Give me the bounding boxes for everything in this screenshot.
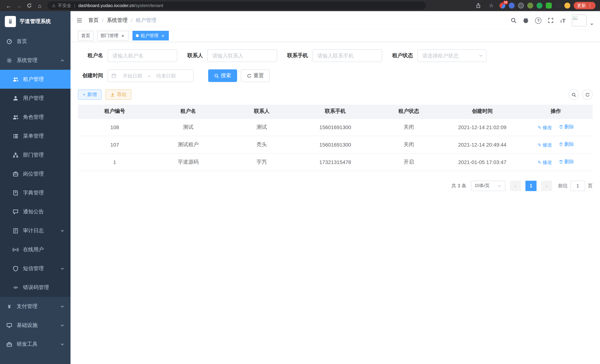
tab-dept-management[interactable]: 部门管理 × — [97, 31, 129, 40]
cell-create-time: 2021-12-14 20:49:44 — [445, 136, 519, 153]
help-icon[interactable]: ? — [535, 17, 542, 24]
sidebar-item-post-management[interactable]: 岗位管理 — [0, 164, 71, 183]
sidebar-item-payment-management[interactable]: ¥ 支付管理 — [0, 297, 71, 316]
delete-label: 删除 — [564, 123, 574, 130]
sidebar-item-audit-log[interactable]: 审计日志 — [0, 221, 71, 240]
edit-icon: ✎ — [538, 160, 541, 165]
browser-forward-icon[interactable]: → — [14, 1, 24, 10]
extension-icon-2[interactable] — [509, 3, 515, 9]
delete-link[interactable]: 删除 — [559, 123, 574, 130]
delete-label: 删除 — [564, 158, 574, 165]
tab-home[interactable]: 首页 — [78, 31, 94, 40]
column-header: 联系手机 — [299, 105, 372, 118]
tenant-name-input[interactable] — [108, 49, 177, 62]
extension-icon-3[interactable] — [518, 3, 524, 9]
share-icon[interactable] — [473, 1, 483, 10]
download-icon — [110, 92, 115, 97]
export-button[interactable]: 导出 — [105, 89, 131, 100]
cell-mobile: 17321315478 — [299, 153, 372, 171]
cell-tenant-name: 测试租户 — [151, 136, 225, 153]
page-size-select[interactable]: 10条/页 — [471, 180, 505, 191]
add-button[interactable]: + 新增 — [78, 89, 102, 100]
extension-icon-5[interactable] — [536, 3, 543, 9]
next-page-button[interactable]: › — [541, 180, 552, 191]
sidebar: 芋道管理系统 首页 系统管理 租户管理 — [0, 11, 71, 364]
sidebar-item-tenant-management[interactable]: 租户管理 — [0, 70, 71, 89]
extension-icon-6[interactable] — [546, 3, 552, 9]
show-search-button[interactable] — [568, 89, 579, 100]
refresh-table-button[interactable] — [582, 89, 593, 100]
sidebar-item-dict-management[interactable]: 字典管理 — [0, 183, 71, 202]
sidebar-item-notice[interactable]: 通知公告 — [0, 202, 71, 221]
browser-back-icon[interactable]: ← — [4, 1, 13, 10]
mobile-input[interactable] — [312, 49, 382, 62]
sidebar-item-label: 系统管理 — [17, 57, 38, 64]
cell-contact: 测试 — [225, 118, 299, 136]
toolbox-icon — [6, 341, 13, 347]
close-icon[interactable]: × — [160, 33, 166, 38]
github-icon[interactable] — [523, 18, 529, 23]
not-secure-label[interactable]: 不安全 — [58, 2, 71, 9]
sidebar-item-role-management[interactable]: 角色管理 — [0, 108, 71, 127]
edit-link[interactable]: ✎修改 — [538, 124, 552, 131]
goto-page-input[interactable] — [570, 180, 585, 191]
cell-mobile: 15601691300 — [299, 136, 372, 153]
sidebar-item-user-management[interactable]: 用户管理 — [0, 89, 71, 108]
chevron-down-icon — [497, 184, 502, 188]
contact-input[interactable] — [207, 49, 277, 62]
sidebar-item-online-users[interactable]: 在线用户 — [0, 240, 71, 259]
breadcrumb-system[interactable]: 系统管理 — [107, 17, 128, 24]
org-tree-icon — [12, 152, 19, 158]
breadcrumb-home[interactable]: 首页 — [88, 17, 99, 24]
delete-link[interactable]: 删除 — [559, 158, 574, 165]
fullscreen-icon[interactable] — [548, 18, 554, 23]
status-select[interactable] — [417, 49, 487, 62]
sidebar-item-sms-management[interactable]: 短信管理 — [0, 259, 71, 278]
date-range-picker[interactable]: - — [108, 69, 194, 82]
page-number-button[interactable]: 1 — [525, 180, 536, 191]
cell-tenant-id: 108 — [78, 118, 151, 136]
font-size-icon[interactable]: TT — [560, 17, 565, 24]
edit-link[interactable]: ✎修改 — [538, 159, 552, 166]
sidebar-item-devtools[interactable]: 研发工具 — [0, 335, 71, 354]
date-start-input[interactable] — [118, 73, 147, 78]
sidebar-item-system-management[interactable]: 系统管理 — [0, 51, 71, 70]
system-submenu: 租户管理 用户管理 角色管理 菜单管理 — [0, 70, 71, 297]
close-icon[interactable]: × — [120, 33, 125, 38]
browser-update-button[interactable]: 更新 ⋮ — [574, 2, 596, 9]
tab-tenant-management[interactable]: 租户管理 × — [132, 31, 169, 40]
sidebar-toggle-icon[interactable] — [76, 18, 82, 23]
export-button-label: 导出 — [117, 91, 127, 98]
profile-avatar-icon[interactable] — [564, 3, 570, 9]
add-button-label: 新增 — [87, 91, 97, 98]
search-icon[interactable] — [511, 18, 517, 23]
shield-icon — [12, 265, 19, 271]
chevron-up-icon — [60, 58, 65, 63]
avatar-caret-icon — [590, 22, 594, 26]
extension-icon-1[interactable]: 10 — [499, 3, 505, 9]
sidebar-item-error-code[interactable]: </> 错误码管理 — [0, 278, 71, 297]
user-avatar[interactable] — [572, 14, 594, 26]
browser-reload-icon[interactable] — [25, 1, 34, 10]
table-row: 1 芋道源码 芋艿 17321315478 开启 2021-01-05 17:0… — [78, 153, 593, 171]
reset-button[interactable]: 重置 — [241, 69, 270, 82]
sidebar-item-infrastructure[interactable]: 基础设施 — [0, 316, 71, 335]
app-logo: 芋道管理系统 — [0, 11, 71, 32]
sidebar-item-dept-management[interactable]: 部门管理 — [0, 145, 71, 164]
search-button[interactable]: 搜索 — [208, 69, 237, 82]
prev-page-button[interactable]: ‹ — [510, 180, 521, 191]
sidebar-item-home[interactable]: 首页 — [0, 32, 71, 51]
sidebar-item-menu-management[interactable]: 菜单管理 — [0, 127, 71, 145]
browser-home-icon[interactable]: ⌂ — [35, 1, 45, 10]
date-end-input[interactable] — [152, 73, 180, 78]
bookmark-star-icon[interactable]: ☆ — [487, 1, 496, 10]
sidebar-item-label: 基础设施 — [17, 322, 38, 328]
delete-link[interactable]: 删除 — [559, 141, 574, 148]
extension-badge: 10 — [503, 1, 508, 4]
status-select-input[interactable] — [417, 49, 487, 62]
filter-contact: 联系人 — [188, 49, 277, 62]
address-bar[interactable]: ⚠ 不安全 | dashboard.yudao.iocoder.cn/syste… — [47, 1, 426, 10]
edit-link[interactable]: ✎修改 — [538, 141, 552, 148]
extension-icon-4[interactable] — [527, 3, 533, 9]
extension-icon-7[interactable] — [555, 3, 561, 9]
